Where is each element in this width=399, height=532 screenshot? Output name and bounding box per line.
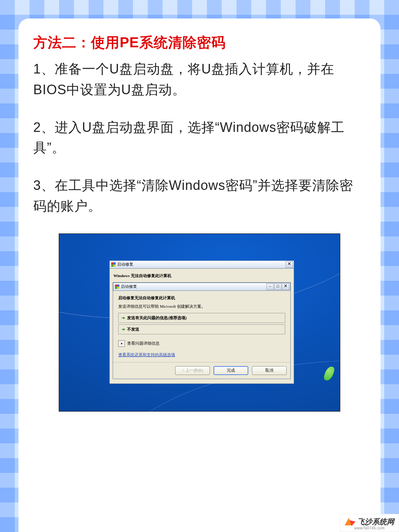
windows-desktop-illustration: 启动修复 ✕ Windows 无法自动修复此计算机 启动修复 – ☐ — [59, 233, 340, 412]
dialog-button-row: < 上一步(B) 完成 取消 — [113, 362, 290, 379]
cancel-button[interactable]: 取消 — [252, 366, 287, 375]
option-dont-send[interactable]: ➔ 不发送 — [118, 324, 285, 334]
step-2: 2、进入U盘启动盘界面，选择“Windows密码破解工具”。 — [33, 117, 366, 158]
leaf-decoration — [323, 365, 335, 382]
startup-repair-inner-window: 启动修复 – ☐ ✕ 启动修复无法自动修复此计算机 发送详细信息可以帮助 Mic… — [113, 282, 291, 379]
details-expander[interactable]: ▾ 查看问题详细信息 — [118, 340, 285, 347]
outer-close-button[interactable]: ✕ — [286, 261, 293, 268]
option-send-info[interactable]: ➔ 发送有关此问题的信息(推荐选项) — [118, 313, 285, 323]
details-expander-label: 查看问题详细信息 — [127, 341, 160, 346]
content-card: 方法二：使用PE系统清除密码 1、准备一个U盘启动盘，将U盘插入计算机，并在BI… — [18, 18, 381, 532]
arrow-right-icon: ➔ — [122, 327, 125, 332]
chevron-down-icon: ▾ — [118, 340, 125, 347]
outer-title-bar[interactable]: 启动修复 ✕ — [109, 260, 294, 269]
attribution-text: @通讯信息大分类 — [168, 514, 245, 527]
step-3: 3、在工具中选择“清除Windows密码”并选择要清除密码的账户。 — [33, 175, 366, 216]
option-dont-send-label: 不发送 — [127, 327, 139, 332]
advanced-options-link[interactable]: 查看系统还原和支持的高级选项 — [118, 352, 175, 357]
back-button: < 上一步(B) — [175, 366, 210, 375]
source-attribution: @通讯信息大分类 — [0, 514, 399, 527]
step-1: 1、准备一个U盘启动盘，将U盘插入计算机，并在BIOS中设置为U盘启动。 — [33, 59, 366, 100]
windows-flag-icon — [115, 284, 119, 289]
inner-window-body: 启动修复无法自动修复此计算机 发送详细信息可以帮助 Microsoft 创建解决… — [113, 291, 290, 362]
paw-icon — [154, 516, 164, 525]
watermark-brand: 飞沙系统网 www.fs0745.com — [340, 514, 399, 532]
dialog-heading: 启动修复无法自动修复此计算机 — [118, 295, 285, 301]
finish-button[interactable]: 完成 — [214, 366, 248, 375]
startup-repair-outer-window: 启动修复 ✕ Windows 无法自动修复此计算机 启动修复 – ☐ — [109, 260, 294, 384]
outer-window-title: 启动修复 — [117, 262, 286, 267]
brand-url: www.fs0745.com — [354, 526, 385, 530]
brand-name: 飞沙系统网 — [357, 517, 394, 527]
dialog-subtext: 发送详细信息可以帮助 Microsoft 创建解决方案。 — [118, 304, 285, 309]
outer-window-message: Windows 无法自动修复此计算机 — [113, 272, 291, 282]
method-title: 方法二：使用PE系统清除密码 — [33, 33, 366, 52]
option-send-label: 发送有关此问题的信息(推荐选项) — [127, 315, 187, 321]
inner-close-button[interactable]: ✕ — [282, 283, 289, 290]
inner-title-bar[interactable]: 启动修复 – ☐ ✕ — [113, 283, 290, 291]
brand-logo-icon — [345, 516, 355, 527]
arrow-right-icon: ➔ — [122, 316, 125, 320]
windows-flag-icon — [111, 262, 116, 267]
inner-minimize-button[interactable]: – — [266, 283, 274, 290]
outer-window-body: Windows 无法自动修复此计算机 启动修复 – ☐ ✕ — [109, 269, 294, 384]
inner-maximize-button[interactable]: ☐ — [274, 283, 282, 290]
inner-window-title: 启动修复 — [121, 284, 266, 289]
checker-background: 方法二：使用PE系统清除密码 1、准备一个U盘启动盘，将U盘插入计算机，并在BI… — [0, 0, 399, 532]
